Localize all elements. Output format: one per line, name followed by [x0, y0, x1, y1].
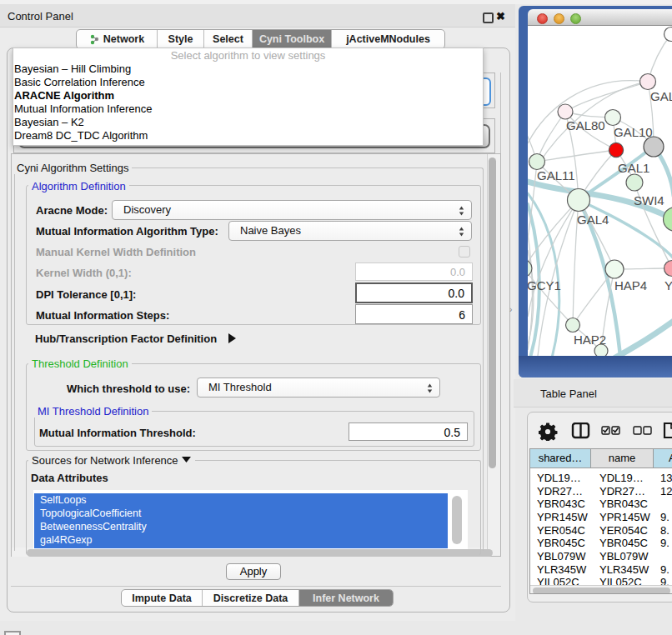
svg-text:HAP2: HAP2 — [574, 332, 606, 347]
svg-text:GAL11: GAL11 — [537, 168, 575, 182]
svg-text:GAL10: GAL10 — [614, 125, 653, 139]
svg-text:GAL2: GAL2 — [650, 89, 672, 103]
svg-text:SWI4: SWI4 — [634, 193, 664, 208]
svg-text:GAL80: GAL80 — [566, 118, 605, 132]
svg-text:GCY1: GCY1 — [528, 278, 561, 292]
svg-text:GAL1: GAL1 — [618, 161, 649, 175]
svg-text:GAL4: GAL4 — [577, 212, 609, 227]
svg-text:HAP4: HAP4 — [614, 278, 647, 292]
svg-text:Y: Y — [664, 278, 672, 292]
